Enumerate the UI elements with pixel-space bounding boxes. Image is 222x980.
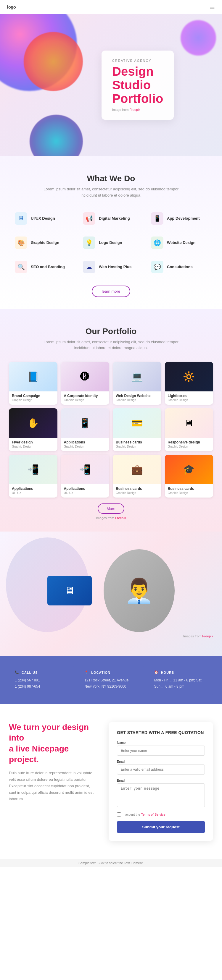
contact-info-section: 📞 CALL US 1 (234) 567 8911 (234) 987-654…	[0, 656, 222, 704]
service-item: 📱 App Development	[148, 209, 210, 228]
service-item: ☁ Web Hosting Plus	[80, 258, 142, 276]
form-terms-checkbox[interactable]	[117, 812, 121, 816]
portfolio-name: Brand Campaign	[12, 394, 54, 398]
hero-freepik-link[interactable]: Freepik	[129, 108, 140, 111]
submit-button[interactable]: Submit your request	[117, 821, 205, 833]
portfolio-thumbnail: 🖥	[165, 408, 213, 438]
team-freepik-link[interactable]: Freepik	[202, 635, 213, 638]
portfolio-info: Business cards Graphic Design	[165, 484, 213, 498]
portfolio-info: Business cards Graphic Design	[113, 438, 161, 451]
portfolio-thumbnail: ✋	[9, 408, 57, 438]
portfolio-thumb-icon: 💻	[131, 371, 143, 382]
service-icon: 📱	[151, 212, 163, 225]
portfolio-thumbnail: 💼	[113, 455, 161, 484]
team-person-photo: 👨‍💼	[104, 549, 175, 632]
portfolio-item[interactable]: 🎓 Business cards Graphic Design	[165, 455, 213, 498]
portfolio-desc: Lorem ipsum dolor sit amet, consectetur …	[37, 339, 185, 352]
portfolio-name: Applications	[64, 487, 107, 491]
portfolio-info: Applications UI / UX	[9, 484, 57, 498]
portfolio-category: UI / UX	[12, 491, 54, 495]
contact-box-title: 📞 CALL US	[15, 670, 68, 675]
portfolio-thumbnail: 🎓	[165, 455, 213, 484]
portfolio-name: Applications	[12, 487, 54, 491]
form-name-group: Name	[117, 741, 205, 756]
portfolio-thumbnail: 📘	[9, 362, 57, 391]
portfolio-category: Graphic Design	[168, 398, 211, 402]
portfolio-category: Graphic Design	[116, 445, 158, 448]
portfolio-category: UI / UX	[64, 491, 107, 495]
service-label: Website Design	[167, 240, 196, 245]
portfolio-item[interactable]: 💳 Business cards Graphic Design	[113, 408, 161, 451]
portfolio-item[interactable]: 🖥 Responsive design Graphic Design	[165, 408, 213, 451]
portfolio-item[interactable]: 💼 Business cards Graphic Design	[113, 455, 161, 498]
service-label: UI/UX Design	[31, 216, 55, 221]
header: logo ☰	[0, 0, 222, 14]
blob-decoration-3	[30, 115, 83, 156]
portfolio-item[interactable]: 🔆 Lightboxes Graphic Design	[165, 362, 213, 405]
contact-icon: 📍	[85, 670, 89, 675]
portfolio-category: Graphic Design	[12, 445, 54, 448]
portfolio-info: Business cards Graphic Design	[113, 484, 161, 498]
contact-box-title: 📍 LOCATION	[85, 670, 137, 675]
service-icon: 🎨	[15, 237, 27, 249]
portfolio-name: Applications	[64, 440, 107, 444]
portfolio-thumb-icon: ✋	[27, 417, 39, 429]
form-name-input[interactable]	[117, 746, 205, 756]
learn-more-button[interactable]: learn more	[92, 286, 130, 297]
quote-tagline-line2: a live Nicepage project.	[9, 743, 97, 765]
portfolio-image-credit: Images from Freepik	[9, 516, 213, 520]
portfolio-thumbnail: 💻	[113, 362, 161, 391]
terms-link[interactable]: Terms of Service	[141, 813, 166, 816]
portfolio-info: Web Design Website Graphic Design	[113, 391, 161, 405]
portfolio-thumb-icon: 🔆	[183, 371, 195, 382]
portfolio-item[interactable]: 💻 Web Design Website Graphic Design	[113, 362, 161, 405]
more-button[interactable]: More	[98, 503, 124, 514]
portfolio-category: Graphic Design	[64, 398, 107, 402]
team-left: 🖥	[47, 576, 92, 605]
contact-line: Mon - Fri ... 11 am - 8 pm; Sat, Sun ...…	[154, 677, 207, 689]
form-message-textarea[interactable]	[117, 783, 205, 807]
service-label: Digital Marketing	[99, 216, 130, 221]
service-item: 💬 Consultations	[148, 258, 210, 276]
logo: logo	[7, 5, 16, 10]
contact-line: 121 Rock Street, 21 Avenue, New York, NY…	[85, 677, 137, 689]
hero-title: Design Studio Portfolio	[112, 65, 163, 106]
portfolio-info: Applications UI / UX	[61, 484, 110, 498]
portfolio-freepik-link[interactable]: Freepik	[115, 516, 126, 520]
service-item: 💡 Logo Design	[80, 234, 142, 252]
portfolio-info: A Corporate Identity Graphic Design	[61, 391, 110, 405]
portfolio-name: Lightboxes	[168, 394, 211, 398]
form-terms-group: I accept the Terms of Service	[117, 812, 205, 816]
portfolio-thumb-icon: 📲	[79, 464, 91, 475]
portfolio-category: Graphic Design	[64, 445, 107, 448]
form-title: GET STARTED WITH A FREE QUOTATION	[117, 730, 205, 735]
service-label: App Development	[167, 216, 200, 221]
contact-line: 1 (234) 567 891	[15, 677, 68, 683]
service-label: SEO and Branding	[31, 264, 65, 269]
portfolio-thumb-icon: 💳	[131, 417, 143, 429]
portfolio-item[interactable]: 📱 Applications Graphic Design	[61, 408, 110, 451]
portfolio-category: Graphic Design	[116, 491, 158, 495]
portfolio-grid: 📘 Brand Campaign Graphic Design 🅜 A Corp…	[9, 362, 213, 498]
form-name-label: Name	[117, 741, 205, 745]
portfolio-item[interactable]: 🅜 A Corporate Identity Graphic Design	[61, 362, 110, 405]
service-label: Web Hosting Plus	[99, 264, 131, 269]
portfolio-info: Brand Campaign Graphic Design	[9, 391, 57, 405]
portfolio-item[interactable]: ✋ Flyer design Graphic Design	[9, 408, 57, 451]
contact-icon: 📞	[15, 670, 19, 675]
portfolio-item[interactable]: 📲 Applications UI / UX	[61, 455, 110, 498]
form-email-input[interactable]	[117, 765, 205, 775]
portfolio-thumbnail: 🅜	[61, 362, 110, 391]
portfolio-item[interactable]: 📘 Brand Campaign Graphic Design	[9, 362, 57, 405]
footer-sample-text: Sample text. Click to select the Text El…	[0, 859, 222, 867]
service-icon: 💬	[151, 261, 163, 273]
portfolio-name: A Corporate Identity	[64, 394, 107, 398]
service-icon: 📢	[83, 212, 95, 225]
portfolio-section: Our Portfolio Lorem ipsum dolor sit amet…	[0, 309, 222, 532]
what-we-do-section: What We Do Lorem ipsum dolor sit amet, c…	[0, 156, 222, 309]
portfolio-category: Graphic Design	[168, 445, 211, 448]
portfolio-item[interactable]: 📲 Applications UI / UX	[9, 455, 57, 498]
hamburger-menu[interactable]: ☰	[209, 3, 215, 11]
blob-decoration-2	[24, 32, 83, 91]
contact-box: 📍 LOCATION 121 Rock Street, 21 Avenue, N…	[78, 665, 143, 695]
